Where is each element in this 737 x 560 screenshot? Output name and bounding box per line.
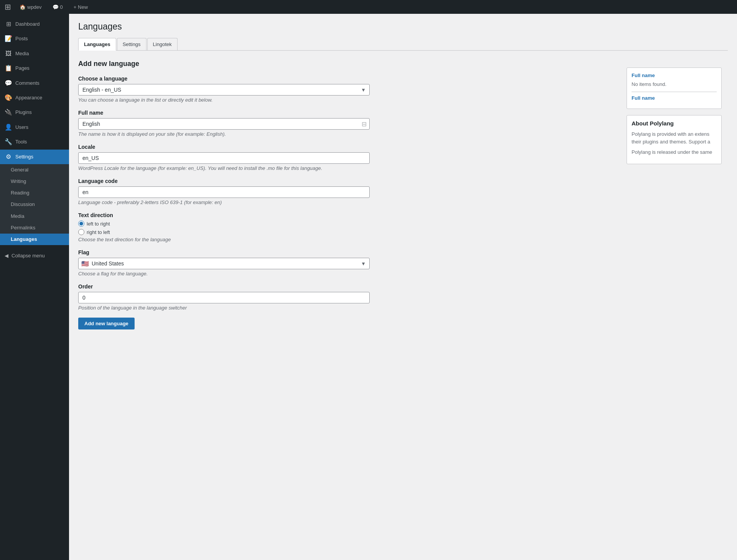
choose-language-label: Choose a language bbox=[78, 76, 620, 82]
dashboard-icon: ⊞ bbox=[5, 20, 12, 28]
radio-rtl[interactable]: right to left bbox=[78, 229, 620, 235]
text-direction-radio-group: left to right right to left bbox=[78, 221, 620, 235]
sidebar-item-comments[interactable]: 💬 Comments bbox=[0, 76, 69, 91]
submenu-item-writing[interactable]: Writing bbox=[0, 176, 69, 187]
submenu-item-reading[interactable]: Reading bbox=[0, 187, 69, 199]
language-code-label: Language code bbox=[78, 178, 620, 184]
order-input[interactable] bbox=[78, 292, 370, 303]
about-text-2: Polylang is released under the same bbox=[632, 148, 717, 156]
new-content-link[interactable]: + New bbox=[71, 3, 90, 12]
flag-hint: Choose a flag for the language. bbox=[78, 271, 620, 277]
widget-divider bbox=[632, 92, 717, 92]
tools-icon: 🔧 bbox=[5, 138, 12, 146]
full-name-input[interactable] bbox=[78, 118, 370, 130]
about-title: About Polylang bbox=[632, 120, 717, 127]
right-sidebar: Full name No items found. Full name Abou… bbox=[620, 60, 728, 336]
submenu-item-permalinks[interactable]: Permalinks bbox=[0, 222, 69, 234]
full-name-copy-icon[interactable]: ⊟ bbox=[362, 120, 367, 128]
sidebar: ⊞ Dashboard 📝 Posts 🖼 Media 📋 Pages 💬 Co… bbox=[0, 14, 69, 560]
choose-language-hint: You can choose a language in the list or… bbox=[78, 97, 620, 103]
full-name-input-wrapper: ⊟ bbox=[78, 118, 370, 130]
home-icon: 🏠 bbox=[20, 4, 26, 10]
full-name-hint: The name is how it is displayed on your … bbox=[78, 131, 620, 137]
full-name-link-2[interactable]: Full name bbox=[632, 95, 717, 101]
languages-widget: Full name No items found. Full name bbox=[627, 68, 722, 109]
sidebar-item-posts[interactable]: 📝 Posts bbox=[0, 31, 69, 46]
posts-icon: 📝 bbox=[5, 35, 12, 43]
sidebar-item-pages[interactable]: 📋 Pages bbox=[0, 61, 69, 76]
locale-hint: WordPress Locale for the language (for e… bbox=[78, 165, 620, 171]
collapse-menu-button[interactable]: ◀ Collapse menu bbox=[0, 248, 69, 263]
tab-lingotek[interactable]: Lingotek bbox=[147, 38, 178, 50]
sidebar-item-appearance[interactable]: 🎨 Appearance bbox=[0, 91, 69, 105]
text-direction-label: Text direction bbox=[78, 212, 620, 218]
text-direction-hint: Choose the text direction for the langua… bbox=[78, 237, 620, 242]
locale-input[interactable] bbox=[78, 152, 370, 164]
about-polylang-widget: About Polylang Polylang is provided with… bbox=[627, 115, 722, 164]
locale-group: Locale WordPress Locale for the language… bbox=[78, 144, 620, 171]
comments-nav-icon: 💬 bbox=[5, 79, 12, 87]
plugins-icon: 🔌 bbox=[5, 108, 12, 117]
language-form: Add new language Choose a language Engli… bbox=[78, 60, 620, 336]
submenu-item-media[interactable]: Media bbox=[0, 211, 69, 222]
pages-icon: 📋 bbox=[5, 64, 12, 72]
submit-group: Add new language bbox=[78, 318, 620, 329]
main-content: Languages Languages Settings Lingotek Ad… bbox=[69, 14, 737, 560]
sidebar-item-users[interactable]: 👤 Users bbox=[0, 120, 69, 135]
media-icon: 🖼 bbox=[5, 49, 12, 58]
language-code-group: Language code Language code - preferably… bbox=[78, 178, 620, 205]
settings-icon: ⚙ bbox=[5, 153, 12, 161]
tab-bar: Languages Settings Lingotek bbox=[78, 38, 728, 51]
flag-select[interactable]: United States bbox=[78, 258, 370, 269]
tab-languages[interactable]: Languages bbox=[78, 38, 116, 51]
flag-label: Flag bbox=[78, 249, 620, 255]
submenu-item-general[interactable]: General bbox=[0, 164, 69, 176]
flag-emoji-icon: 🇺🇸 bbox=[81, 260, 89, 267]
order-label: Order bbox=[78, 283, 620, 290]
users-icon: 👤 bbox=[5, 123, 12, 132]
add-language-button[interactable]: Add new language bbox=[78, 318, 135, 329]
text-direction-group: Text direction left to right right to le… bbox=[78, 212, 620, 242]
submenu-item-discussion[interactable]: Discussion bbox=[0, 199, 69, 210]
radio-rtl-input[interactable] bbox=[78, 229, 84, 235]
locale-label: Locale bbox=[78, 144, 620, 150]
flag-select-wrapper: 🇺🇸 United States ▼ bbox=[78, 258, 370, 269]
sidebar-item-plugins[interactable]: 🔌 Plugins bbox=[0, 105, 69, 120]
language-code-hint: Language code - preferably 2-letters ISO… bbox=[78, 199, 620, 205]
order-group: Order Position of the language in the la… bbox=[78, 283, 620, 311]
order-hint: Position of the language in the language… bbox=[78, 305, 620, 311]
sidebar-item-tools[interactable]: 🔧 Tools bbox=[0, 135, 69, 149]
site-name-link[interactable]: 🏠 wpdev bbox=[17, 3, 44, 12]
choose-language-select-wrapper: English - en_US ▼ bbox=[78, 84, 370, 96]
admin-bar: ⊞ 🏠 wpdev 💬 0 + New bbox=[0, 0, 737, 14]
no-items-text: No items found. bbox=[632, 81, 717, 87]
sidebar-item-dashboard[interactable]: ⊞ Dashboard bbox=[0, 17, 69, 31]
choose-language-select[interactable]: English - en_US bbox=[78, 84, 370, 96]
language-code-input[interactable] bbox=[78, 186, 370, 198]
full-name-group: Full name ⊟ The name is how it is displa… bbox=[78, 110, 620, 137]
comments-icon: 💬 bbox=[53, 4, 59, 10]
full-name-link-1[interactable]: Full name bbox=[632, 72, 717, 78]
about-text-1: Polylang is provided with an extens thei… bbox=[632, 130, 717, 145]
radio-ltr-input[interactable] bbox=[78, 221, 84, 227]
flag-group: Flag 🇺🇸 United States ▼ Choose a flag fo… bbox=[78, 249, 620, 277]
appearance-icon: 🎨 bbox=[5, 94, 12, 102]
submenu-item-languages[interactable]: Languages bbox=[0, 234, 69, 245]
section-title: Add new language bbox=[78, 60, 620, 68]
full-name-label: Full name bbox=[78, 110, 620, 116]
choose-language-group: Choose a language English - en_US ▼ You … bbox=[78, 76, 620, 103]
page-title: Languages bbox=[78, 21, 728, 32]
sidebar-item-media[interactable]: 🖼 Media bbox=[0, 46, 69, 61]
comments-link[interactable]: 💬 0 bbox=[50, 3, 65, 12]
collapse-icon: ◀ bbox=[5, 253, 8, 259]
tab-settings[interactable]: Settings bbox=[117, 38, 146, 50]
wp-logo[interactable]: ⊞ bbox=[5, 2, 11, 12]
sidebar-item-settings[interactable]: ⚙ Settings bbox=[0, 150, 69, 164]
radio-ltr[interactable]: left to right bbox=[78, 221, 620, 227]
